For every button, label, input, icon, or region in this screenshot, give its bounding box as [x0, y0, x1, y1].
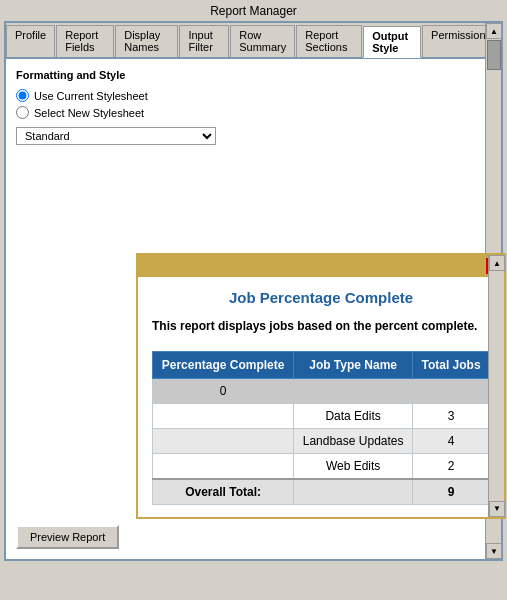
- report-table: Percentage Complete Job Type Name Total …: [152, 351, 490, 505]
- cell-job-3: Landbase Updates: [294, 428, 413, 453]
- cell-total-2: 3: [413, 403, 490, 428]
- tab-report-fields[interactable]: Report Fields: [56, 25, 114, 57]
- popup-content: Job Percentage Complete This report disp…: [138, 277, 504, 517]
- table-row: Web Edits 2: [153, 453, 490, 479]
- table-row: Data Edits 3: [153, 403, 490, 428]
- radio-use-current-input[interactable]: [16, 89, 29, 102]
- app-title: Report Manager: [210, 4, 297, 18]
- section-title: Formatting and Style: [16, 69, 491, 81]
- cell-pct-3: [153, 428, 294, 453]
- content-area: Formatting and Style Use Current Stylesh…: [6, 59, 501, 155]
- tab-display-names[interactable]: Display Names: [115, 25, 178, 57]
- radio-select-new-label: Select New Stylesheet: [34, 107, 144, 119]
- scroll-down-arrow[interactable]: ▼: [486, 543, 502, 559]
- cell-job-2: Data Edits: [294, 403, 413, 428]
- tab-profile[interactable]: Profile: [6, 25, 55, 57]
- popup-scroll-down-icon: ▼: [493, 504, 501, 513]
- cell-job-1: [294, 378, 413, 403]
- main-window: Profile Report Fields Display Names Inpu…: [4, 21, 503, 561]
- cell-pct-4: [153, 453, 294, 479]
- scroll-up-icon: ▲: [490, 27, 498, 36]
- footer-empty: [294, 479, 413, 505]
- footer-label: Overall Total:: [153, 479, 294, 505]
- radio-select-new[interactable]: Select New Stylesheet: [16, 106, 491, 119]
- preview-report-button[interactable]: Preview Report: [16, 525, 119, 549]
- footer-total: 9: [413, 479, 490, 505]
- table-row: Landbase Updates 4: [153, 428, 490, 453]
- cell-total-4: 2: [413, 453, 490, 479]
- radio-use-current[interactable]: Use Current Stylesheet: [16, 89, 491, 102]
- popup-scroll-up-icon: ▲: [493, 259, 501, 268]
- cell-pct-1: 0: [153, 378, 294, 403]
- radio-group: Use Current Stylesheet Select New Styles…: [16, 89, 491, 119]
- col-header-job-type: Job Type Name: [294, 351, 413, 378]
- popup-heading: Job Percentage Complete: [152, 289, 490, 306]
- tab-output-style[interactable]: Output Style: [363, 26, 421, 58]
- cell-job-4: Web Edits: [294, 453, 413, 479]
- tab-row-summary[interactable]: Row Summary: [230, 25, 295, 57]
- popup-window: ✕ Job Percentage Complete This report di…: [136, 253, 506, 519]
- col-header-total: Total Jobs: [413, 351, 490, 378]
- popup-scroll-down-arrow[interactable]: ▼: [489, 501, 505, 517]
- table-row: 0: [153, 378, 490, 403]
- scroll-up-arrow[interactable]: ▲: [486, 23, 502, 39]
- tabs-row: Profile Report Fields Display Names Inpu…: [6, 23, 501, 59]
- col-header-pct: Percentage Complete: [153, 351, 294, 378]
- radio-select-new-input[interactable]: [16, 106, 29, 119]
- stylesheet-dropdown[interactable]: Standard: [16, 127, 216, 145]
- radio-use-current-label: Use Current Stylesheet: [34, 90, 148, 102]
- popup-description: This report displays jobs based on the p…: [152, 318, 490, 335]
- popup-titlebar: ✕: [138, 255, 504, 277]
- scroll-down-icon: ▼: [490, 547, 498, 556]
- cell-total-3: 4: [413, 428, 490, 453]
- cell-pct-2: [153, 403, 294, 428]
- popup-scrollbar: ▲ ▼: [488, 255, 504, 517]
- popup-scroll-up-arrow[interactable]: ▲: [489, 255, 505, 271]
- cell-total-1: [413, 378, 490, 403]
- tab-report-sections[interactable]: Report Sections: [296, 25, 362, 57]
- tab-input-filter[interactable]: Input Filter: [179, 25, 229, 57]
- title-bar: Report Manager: [0, 0, 507, 21]
- scrollbar-thumb[interactable]: [487, 40, 501, 70]
- table-footer-row: Overall Total: 9: [153, 479, 490, 505]
